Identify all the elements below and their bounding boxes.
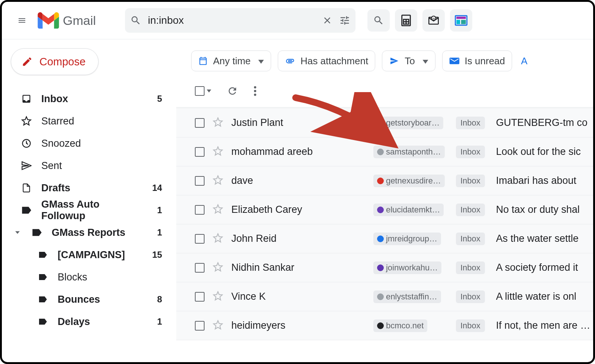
message-row[interactable]: John Reid jmreidgroup… Inbox As the wate… xyxy=(176,224,593,253)
row-star[interactable] xyxy=(213,262,223,274)
sidebar-item-campaigns[interactable]: [CAMPAIGNS] 15 xyxy=(11,244,171,266)
row-sender: mohammad areeb xyxy=(231,146,365,157)
header-actions: @ xyxy=(367,9,472,32)
sidebar-item-count: 14 xyxy=(151,183,162,193)
row-star[interactable] xyxy=(213,204,223,216)
sidebar-item-snoozed[interactable]: Snoozed xyxy=(11,132,171,155)
search-bar[interactable] xyxy=(125,8,356,33)
row-checkbox[interactable] xyxy=(195,321,205,331)
row-favicon-label[interactable]: getstoryboar… xyxy=(373,117,443,129)
row-star[interactable] xyxy=(213,146,223,158)
row-sender: John Reid xyxy=(231,233,365,244)
row-inbox-label[interactable]: Inbox xyxy=(456,204,485,216)
label-icon xyxy=(21,206,32,215)
row-star[interactable] xyxy=(213,291,223,303)
row-inbox-label[interactable]: Inbox xyxy=(456,146,485,158)
row-favicon-label[interactable]: samstaponth… xyxy=(373,146,445,158)
tune-icon[interactable] xyxy=(339,15,350,26)
row-star[interactable] xyxy=(213,233,223,245)
gmass-dashboard-button[interactable] xyxy=(450,9,472,32)
row-star[interactable] xyxy=(213,117,223,129)
row-inbox-label[interactable]: Inbox xyxy=(456,319,485,332)
mail-icon xyxy=(449,57,460,65)
row-inbox-label[interactable]: Inbox xyxy=(456,233,485,245)
sidebar-item-inbox[interactable]: Inbox 5 xyxy=(11,88,171,110)
filter-has-attachment[interactable]: Has attachment xyxy=(278,51,375,71)
list-toolbar xyxy=(176,80,593,107)
select-all-checkbox[interactable] xyxy=(195,86,211,96)
message-row[interactable]: Vince K enlyststaffin… Inbox A little wa… xyxy=(176,282,593,311)
label-icon xyxy=(38,296,47,303)
star-outline-icon xyxy=(213,291,223,301)
gmail-logo[interactable]: Gmail xyxy=(38,12,96,29)
row-inbox-label[interactable]: Inbox xyxy=(456,175,485,187)
filter-any-time[interactable]: Any time xyxy=(191,51,271,71)
message-row[interactable]: Justin Plant getstoryboar… Inbox GUTENBE… xyxy=(176,108,593,137)
svg-point-13 xyxy=(254,94,256,96)
sidebar-item-count: 1 xyxy=(151,205,162,215)
row-favicon-label[interactable]: joinworkahu… xyxy=(373,261,441,274)
clear-icon[interactable] xyxy=(322,15,332,26)
sidebar-item-blocks[interactable]: Blocks xyxy=(11,266,171,288)
row-favicon-label[interactable]: enlyststaffin… xyxy=(373,290,441,303)
send-icon xyxy=(389,56,399,65)
message-row[interactable]: Nidhin Sankar joinworkahu… Inbox A socie… xyxy=(176,253,593,282)
gmass-search-button[interactable] xyxy=(367,9,390,32)
calendar-icon xyxy=(198,56,208,66)
row-checkbox[interactable] xyxy=(195,147,205,157)
pencil-icon xyxy=(22,56,33,67)
row-subject: Look out for the sic xyxy=(496,146,581,157)
gmass-reports-button[interactable]: @ xyxy=(422,9,445,32)
row-checkbox[interactable] xyxy=(195,205,205,215)
row-checkbox[interactable] xyxy=(195,263,205,273)
message-row[interactable]: Elizabeth Carey elucidatemkt… Inbox No t… xyxy=(176,195,593,224)
row-inbox-label[interactable]: Inbox xyxy=(456,290,485,303)
sidebar-item-delays[interactable]: Delays 1 xyxy=(11,311,171,333)
row-favicon-label[interactable]: jmreidgroup… xyxy=(373,233,441,245)
attachment-icon xyxy=(285,56,295,66)
gmail-logo-text: Gmail xyxy=(63,13,96,28)
message-row[interactable]: heidimeyers bcmco.net Inbox If not, the … xyxy=(176,311,593,340)
row-label-text: enlyststaffin… xyxy=(386,292,437,302)
gmass-sheets-button[interactable] xyxy=(395,9,417,32)
row-favicon-label[interactable]: elucidatemkt… xyxy=(373,204,444,216)
sidebar-item-bounces[interactable]: Bounces 8 xyxy=(11,288,171,311)
more-button[interactable] xyxy=(254,85,257,97)
row-checkbox[interactable] xyxy=(195,234,205,244)
filter-to[interactable]: To xyxy=(382,51,435,71)
sidebar-item-drafts[interactable]: Drafts 14 xyxy=(11,177,171,199)
sidebar-item-gmass-auto-followup[interactable]: GMass Auto Followup 1 xyxy=(11,199,171,221)
row-sender: Justin Plant xyxy=(231,117,365,129)
search-input[interactable] xyxy=(148,14,315,26)
row-sender: Vince K xyxy=(231,291,365,302)
sidebar: Compose Inbox 5 Starred Snoozed Sent xyxy=(2,39,176,362)
row-star[interactable] xyxy=(213,175,223,187)
sidebar-item-gmass-reports[interactable]: GMass Reports 1 xyxy=(11,221,171,244)
main-menu-button[interactable] xyxy=(13,12,31,29)
svg-text:@: @ xyxy=(432,17,435,21)
sidebar-item-starred[interactable]: Starred xyxy=(11,110,171,132)
row-inbox-label[interactable]: Inbox xyxy=(456,117,485,129)
filter-is-unread[interactable]: Is unread xyxy=(442,51,512,71)
favicon-dot xyxy=(377,235,384,242)
chip-label: Has attachment xyxy=(300,55,368,67)
row-favicon-label[interactable]: bcmco.net xyxy=(373,319,428,332)
sidebar-item-sent[interactable]: Sent xyxy=(11,155,171,177)
sidebar-item-count: 8 xyxy=(151,294,162,305)
advanced-search-link[interactable]: A xyxy=(521,55,527,67)
row-subject: A society formed it xyxy=(496,262,578,273)
row-star[interactable] xyxy=(213,320,223,332)
row-favicon-label[interactable]: getnexusdire… xyxy=(373,175,445,187)
row-checkbox[interactable] xyxy=(195,176,205,186)
row-label-text: samstaponth… xyxy=(386,147,441,157)
row-checkbox[interactable] xyxy=(195,118,205,128)
star-outline-icon xyxy=(213,262,223,272)
row-inbox-label[interactable]: Inbox xyxy=(456,261,485,274)
favicon-dot xyxy=(377,264,384,271)
message-row[interactable]: mohammad areeb samstaponth… Inbox Look o… xyxy=(176,137,593,166)
compose-button[interactable]: Compose xyxy=(11,48,99,75)
message-row[interactable]: dave getnexusdire… Inbox Imabari has abo… xyxy=(176,166,593,195)
row-subject: If not, the men are not xyxy=(496,320,593,331)
refresh-button[interactable] xyxy=(227,85,238,97)
row-checkbox[interactable] xyxy=(195,292,205,302)
